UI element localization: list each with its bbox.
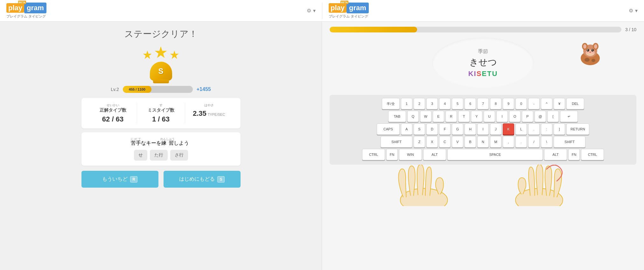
key-6[interactable]: 6 — [465, 98, 476, 109]
keyboard: 半/全 1 2 3 4 5 6 7 8 9 0 - ^ ¥ DEL — [330, 95, 636, 165]
key-period2[interactable]: . — [515, 136, 527, 148]
key-u[interactable]: U — [484, 111, 495, 122]
key-c[interactable]: C — [439, 136, 451, 148]
key-z[interactable]: Z — [414, 136, 425, 148]
key-shift-right[interactable]: SHIFT — [554, 136, 585, 148]
key-fn[interactable]: FN — [386, 149, 398, 160]
key-y[interactable]: Y — [471, 111, 482, 122]
progress-bar-container — [330, 27, 621, 32]
key-k[interactable]: K — [503, 123, 514, 135]
key-o[interactable]: O — [509, 111, 521, 122]
key-e[interactable]: E — [433, 111, 444, 122]
key-d[interactable]: D — [426, 123, 438, 135]
key-j[interactable]: J — [490, 123, 501, 135]
key-x[interactable]: X — [426, 136, 438, 148]
key-w[interactable]: W — [420, 111, 431, 122]
key-caps[interactable]: CAPS — [377, 123, 400, 135]
key-period[interactable]: . — [528, 123, 540, 135]
key-ctrl-left[interactable]: CTRL — [362, 149, 385, 160]
left-panel: ステージクリア！ ★ ★ ★ S Lv.2 455 / 1100 — [0, 22, 322, 270]
key-enter-small[interactable]: ↵ — [560, 111, 578, 122]
key-a[interactable]: A — [401, 123, 412, 135]
key-l[interactable]: L — [515, 123, 527, 135]
key-return[interactable]: RETURN — [566, 123, 589, 135]
key-f[interactable]: F — [439, 123, 451, 135]
key-win[interactable]: WIN — [399, 149, 422, 160]
hands-svg — [330, 165, 636, 206]
key-r[interactable]: R — [445, 111, 457, 122]
key-alt-right[interactable]: ALT — [544, 149, 567, 160]
key-del[interactable]: DEL — [566, 98, 584, 109]
key-t[interactable]: T — [458, 111, 470, 122]
key-q[interactable]: Q — [407, 111, 419, 122]
key-4[interactable]: 4 — [439, 98, 451, 109]
key-ctrl-right[interactable]: CTRL — [581, 149, 604, 160]
key-backslash[interactable]: \ — [541, 136, 552, 148]
retry-label: もういちど — [102, 176, 128, 183]
trophy-base — [153, 80, 169, 83]
key-h[interactable]: H — [465, 123, 476, 135]
home-label: はじめにもどる — [179, 176, 215, 183]
logo-play-right: play BETA — [329, 3, 346, 13]
key-s[interactable]: S — [414, 123, 425, 135]
key-v[interactable]: V — [452, 136, 463, 148]
keyboard-row-1: 半/全 1 2 3 4 5 6 7 8 9 0 - ^ ¥ DEL — [333, 98, 633, 109]
key-1[interactable]: 1 — [401, 98, 412, 109]
key-2[interactable]: 2 — [414, 98, 425, 109]
word-roman-remaining: ETU — [482, 70, 498, 78]
key-colon[interactable]: : — [541, 123, 552, 135]
header-gear-right[interactable]: ⚙ ▾ — [629, 8, 638, 14]
key-3[interactable]: 3 — [426, 98, 438, 109]
logo-subtitle-right: プレイグラム タイピング — [329, 14, 369, 19]
key-i[interactable]: I — [496, 111, 508, 122]
mascot — [576, 41, 605, 67]
practice-key-se[interactable]: せ — [134, 150, 147, 161]
key-5[interactable]: 5 — [452, 98, 463, 109]
retry-button[interactable]: もういちど R — [81, 171, 158, 188]
key-m[interactable]: M — [490, 136, 501, 148]
key-shift-left[interactable]: SHIFT — [381, 136, 412, 148]
key-hanzenkaku[interactable]: 半/全 — [382, 98, 400, 109]
progress-row: 3 / 10 — [330, 27, 636, 32]
svg-point-13 — [592, 52, 595, 53]
key-b[interactable]: B — [465, 136, 476, 148]
practice-title-text: 苦手に が てなキーを練習れんしゅうしよう — [131, 137, 191, 147]
key-space[interactable]: SPACE — [447, 149, 543, 160]
logo-play-left: play BETA — [6, 3, 24, 13]
keyboard-row-4: SHIFT Z X C V B N M , . / \ SHIFT — [333, 136, 633, 148]
header-gear-left[interactable]: ⚙ ▾ — [307, 8, 316, 14]
key-8[interactable]: 8 — [490, 98, 501, 109]
key-slash[interactable]: / — [528, 136, 540, 148]
key-7[interactable]: 7 — [477, 98, 489, 109]
typing-area: 季節 きせつ KISETU — [432, 38, 534, 88]
key-minus[interactable]: - — [528, 98, 540, 109]
key-g[interactable]: G — [452, 123, 463, 135]
key-bracket-close[interactable]: ] — [554, 123, 565, 135]
hands-area — [330, 165, 636, 206]
key-9[interactable]: 9 — [503, 98, 514, 109]
stat-miss-label-small: す — [159, 103, 163, 107]
practice-key-sa[interactable]: さ行 — [170, 150, 188, 161]
trophy-label: S — [158, 67, 163, 76]
key-fn2[interactable]: FN — [568, 149, 580, 160]
key-n[interactable]: N — [477, 136, 489, 148]
keyboard-row-5: CTRL FN WIN ALT SPACE ALT FN CTRL — [333, 149, 633, 160]
key-at[interactable]: @ — [535, 111, 546, 122]
beta-badge-right: BETA — [340, 1, 348, 4]
key-alt-left[interactable]: ALT — [423, 149, 446, 160]
key-caret[interactable]: ^ — [541, 98, 552, 109]
stat-miss: す ミスタイプ数 1 / 63 — [137, 103, 185, 123]
header: play BETA gram プレイグラム タイピング ⚙ ▾ play BET… — [0, 0, 644, 22]
word-kana: きせつ — [469, 56, 497, 68]
key-tab[interactable]: TAB — [388, 111, 406, 122]
practice-key-ta[interactable]: た行 — [150, 150, 168, 161]
logo-right: play BETA gram プレイグラム タイピング — [329, 3, 369, 19]
key-yen[interactable]: ¥ — [554, 98, 565, 109]
key-bracket-open[interactable]: [ — [547, 111, 559, 122]
key-0[interactable]: 0 — [515, 98, 527, 109]
key-i2[interactable]: I — [477, 123, 489, 135]
key-p[interactable]: P — [522, 111, 533, 122]
home-button[interactable]: はじめにもどる S — [164, 171, 241, 188]
key-comma[interactable]: , — [503, 136, 514, 148]
mascot-svg — [576, 41, 605, 66]
